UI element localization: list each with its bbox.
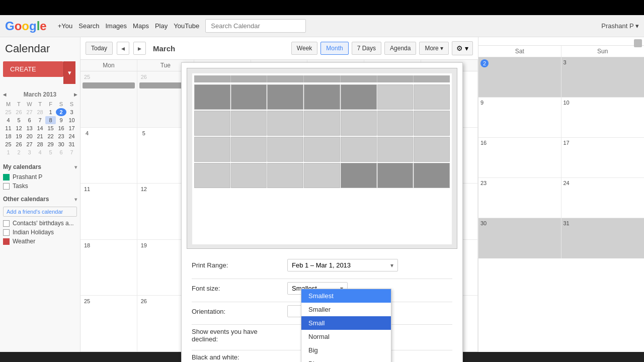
right-cell-24[interactable]: 24 <box>561 178 645 218</box>
font-option-normal[interactable]: Normal <box>301 330 391 343</box>
mini-cal-day[interactable]: 1 <box>3 148 14 156</box>
mini-cal-day[interactable]: 31 <box>66 140 77 148</box>
font-option-small[interactable]: Small <box>301 316 391 330</box>
mini-cal-day[interactable]: 21 <box>35 132 45 140</box>
calendar-checkbox-tasks[interactable] <box>3 183 10 190</box>
calendar-item-tasks[interactable]: Tasks <box>3 182 77 191</box>
prev-month-button[interactable]: ◂ <box>117 42 129 55</box>
right-cell-9[interactable]: 9 <box>478 98 561 137</box>
mini-cal-day[interactable]: 27 <box>24 140 35 148</box>
mini-cal-day[interactable]: 3 <box>24 148 35 156</box>
mini-cal-day[interactable]: 20 <box>24 132 35 140</box>
nav-link-you[interactable]: +You <box>58 22 73 30</box>
calendar-item-prashant[interactable]: Prashant P <box>3 172 77 182</box>
mini-cal-day[interactable]: 19 <box>14 132 24 140</box>
mini-cal-day[interactable]: 6 <box>24 116 35 124</box>
search-calendar-input[interactable] <box>205 19 306 33</box>
mini-cal-day[interactable]: 5 <box>14 116 24 124</box>
mini-cal-day[interactable]: 4 <box>3 116 14 124</box>
mini-cal-day[interactable]: 16 <box>56 124 66 132</box>
mini-cal-day[interactable]: 28 <box>35 140 45 148</box>
mini-cal-day[interactable]: 17 <box>66 124 77 132</box>
font-option-smallest[interactable]: Smallest <box>301 289 391 303</box>
mini-cal-day[interactable]: 25 <box>3 108 14 116</box>
create-button[interactable]: CREATE <box>3 61 63 77</box>
mini-cal-day[interactable]: 14 <box>35 124 45 132</box>
mini-cal-day[interactable]: 23 <box>56 132 66 140</box>
right-cell-2[interactable]: 2 <box>478 57 561 97</box>
font-option-bigger[interactable]: Bigger <box>301 357 391 362</box>
nav-link-search[interactable]: Search <box>78 22 99 30</box>
mini-cal-day[interactable]: 18 <box>3 132 14 140</box>
right-cell-17[interactable]: 17 <box>561 138 645 177</box>
mini-cal-day[interactable]: 11 <box>3 124 14 132</box>
mini-cal-day[interactable]: 3 <box>66 108 77 116</box>
right-cell-16[interactable]: 16 <box>478 138 561 177</box>
mini-cal-next[interactable]: ▸ <box>74 91 77 98</box>
tab-agenda[interactable]: Agenda <box>384 42 416 55</box>
mini-cal-day[interactable]: 12 <box>14 124 24 132</box>
tab-7days[interactable]: 7 Days <box>352 42 381 55</box>
mini-cal-day[interactable]: 7 <box>66 148 77 156</box>
right-cell-3[interactable]: 3 <box>561 57 645 97</box>
user-account[interactable]: Prashant P ▾ <box>601 22 639 30</box>
mini-cal-day[interactable]: 5 <box>45 148 56 156</box>
today-button[interactable]: Today <box>86 42 113 55</box>
mini-cal-day[interactable]: 25 <box>3 140 14 148</box>
mini-cal-day[interactable]: 22 <box>45 132 56 140</box>
mini-cal-day[interactable]: 4 <box>35 148 45 156</box>
other-calendars-section[interactable]: Other calendars ▾ <box>3 196 77 203</box>
settings-button[interactable]: ⚙ ▾ <box>452 41 473 55</box>
mini-cal-day[interactable]: 26 <box>14 140 24 148</box>
mini-cal-table: M T W T F S S 25262728123456789101112131… <box>3 100 77 156</box>
mini-cal-day[interactable]: 1 <box>45 108 56 116</box>
right-cell-31[interactable]: 31 <box>561 218 645 258</box>
month-cell[interactable]: 11 <box>80 184 137 239</box>
tab-more[interactable]: More ▾ <box>419 42 449 55</box>
mini-cal-day[interactable]: 9 <box>56 116 66 124</box>
calendar-item-weather[interactable]: Weather <box>3 237 77 246</box>
mini-cal-prev[interactable]: ◂ <box>3 91 6 98</box>
mini-cal-day[interactable]: 8 <box>45 116 56 124</box>
mini-cal-day[interactable]: 10 <box>66 116 77 124</box>
nav-link-play[interactable]: Play <box>155 22 168 30</box>
font-option-smaller[interactable]: Smaller <box>301 303 391 316</box>
create-dropdown-button[interactable]: ▾ <box>63 61 75 84</box>
nav-link-maps[interactable]: Maps <box>133 22 149 30</box>
nav-link-youtube[interactable]: YouTube <box>174 22 199 30</box>
right-cell-10[interactable]: 10 <box>561 98 645 137</box>
mini-cal-day[interactable]: 30 <box>56 140 66 148</box>
calendar-checkbox-contacts[interactable] <box>3 220 10 227</box>
right-cell-30[interactable]: 30 <box>478 218 561 258</box>
mini-cal-day[interactable]: 24 <box>66 132 77 140</box>
right-cell-23[interactable]: 23 <box>478 178 561 218</box>
mini-cal-day[interactable]: 6 <box>56 148 66 156</box>
mini-cal-day[interactable]: 2 <box>14 148 24 156</box>
calendar-toolbar: Today ◂ ▸ March Week Month 7 Days Agenda… <box>80 37 478 60</box>
calendar-item-contacts[interactable]: Contacts' birthdays a... <box>3 219 77 228</box>
nav-link-images[interactable]: Images <box>105 22 127 30</box>
month-cell[interactable]: 4 <box>80 128 137 184</box>
calendar-checkbox-weather[interactable] <box>3 238 10 245</box>
mini-cal-day[interactable]: 27 <box>24 108 35 116</box>
mini-cal-day[interactable]: 28 <box>35 108 45 116</box>
calendar-checkbox-holidays[interactable] <box>3 229 10 236</box>
mini-cal-day[interactable]: 2 <box>56 108 66 116</box>
tab-week[interactable]: Week <box>291 42 317 55</box>
month-cell[interactable]: 25 <box>80 296 137 351</box>
tab-month[interactable]: Month <box>320 42 348 55</box>
print-range-select[interactable]: Feb 1 – Mar 1, 2013 ▾ <box>287 259 398 272</box>
mini-cal-day[interactable]: 13 <box>24 124 35 132</box>
add-friend-calendar-button[interactable]: Add a friend's calendar <box>3 207 77 217</box>
my-calendars-section[interactable]: My calendars ▾ <box>3 163 77 170</box>
month-cell[interactable]: 25 <box>80 71 137 127</box>
mini-cal-day[interactable]: 26 <box>14 108 24 116</box>
mini-cal-day[interactable]: 29 <box>45 140 56 148</box>
font-option-big[interactable]: Big <box>301 343 391 357</box>
mini-cal-day[interactable]: 7 <box>35 116 45 124</box>
next-month-button[interactable]: ▸ <box>133 42 146 55</box>
mini-cal-day[interactable]: 15 <box>45 124 56 132</box>
month-cell[interactable]: 18 <box>80 240 137 296</box>
calendar-checkbox-prashant[interactable] <box>3 174 10 180</box>
calendar-item-holidays[interactable]: Indian Holidays <box>3 228 77 237</box>
